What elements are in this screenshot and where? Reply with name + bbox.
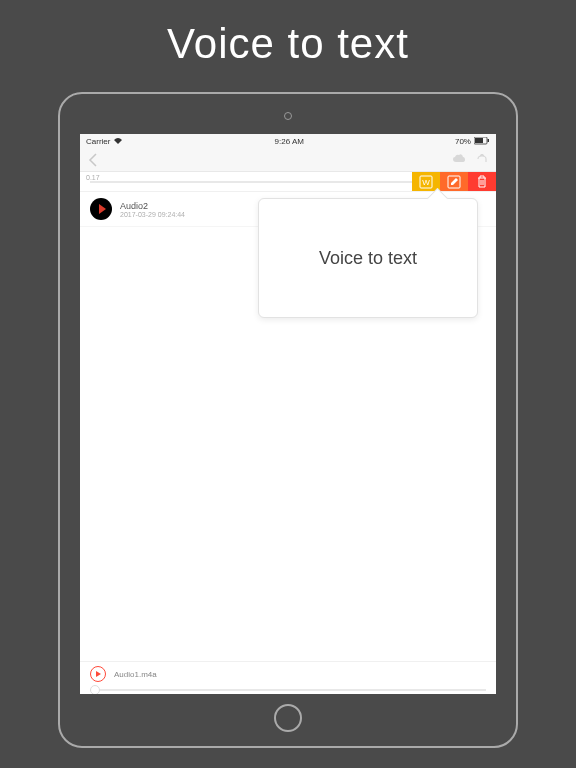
audio-title: Audio2 — [120, 201, 185, 211]
battery-percent: 70% — [455, 137, 471, 146]
battery-icon — [474, 137, 490, 145]
marketing-title: Voice to text — [0, 0, 576, 68]
carrier-label: Carrier — [86, 137, 110, 146]
tooltip-text: Voice to text — [319, 248, 417, 269]
nav-bar — [80, 148, 496, 172]
swipe-actions: W — [412, 172, 496, 191]
svg-rect-1 — [475, 138, 483, 143]
play-icon — [96, 671, 101, 677]
mini-progress[interactable] — [80, 686, 496, 694]
progress-slider-row: 0.17 -00.03 W — [80, 172, 496, 192]
camera-icon — [284, 112, 292, 120]
now-playing-title: Audio1.m4a — [114, 670, 157, 679]
wifi-icon — [113, 137, 123, 145]
share-icon[interactable] — [476, 154, 488, 166]
cloud-icon[interactable] — [452, 154, 466, 166]
app-screen: Carrier 9:26 AM 70% — [80, 134, 496, 694]
mini-play-button[interactable] — [90, 666, 106, 682]
play-icon — [99, 204, 106, 214]
now-playing-bar: Audio1.m4a — [80, 661, 496, 686]
audio-date: 2017-03-29 09:24:44 — [120, 211, 185, 218]
back-button[interactable] — [88, 153, 98, 167]
play-button[interactable] — [90, 198, 112, 220]
delete-button[interactable] — [468, 172, 496, 191]
svg-rect-2 — [487, 139, 489, 142]
edit-button[interactable] — [440, 172, 468, 191]
tablet-frame: Carrier 9:26 AM 70% — [58, 92, 518, 748]
home-button[interactable] — [274, 704, 302, 732]
status-time: 9:26 AM — [275, 137, 304, 146]
progress-thumb[interactable] — [90, 685, 100, 694]
status-bar: Carrier 9:26 AM 70% — [80, 134, 496, 148]
svg-text:W: W — [422, 178, 430, 187]
tooltip-popover: Voice to text — [258, 198, 478, 318]
